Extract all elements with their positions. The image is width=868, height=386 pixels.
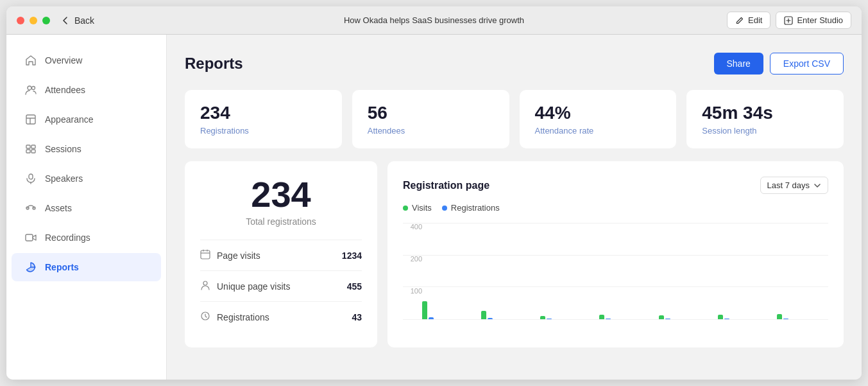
sidebar-item-assets[interactable]: Assets (12, 194, 161, 222)
bar-group (777, 314, 828, 319)
bar-group (481, 311, 532, 319)
edit-button[interactable]: Edit (727, 12, 770, 29)
stat-label-registrations: Registrations (200, 126, 327, 136)
sidebar-item-reports[interactable]: Reports (12, 253, 161, 281)
pie-chart-icon (24, 261, 37, 274)
svg-rect-12 (201, 250, 210, 259)
sessions-icon (24, 143, 37, 155)
svg-point-1 (28, 86, 31, 90)
chevron-down-icon (813, 182, 821, 189)
svg-point-13 (203, 281, 207, 285)
content-header: Reports Share Export CSV (185, 53, 844, 75)
stat-registrations-count: Registrations 43 (200, 301, 362, 332)
bottom-row: 234 Total registrations Page visits (185, 161, 844, 347)
legend-registrations: Registrations (442, 203, 500, 213)
sidebar-item-recordings[interactable]: Recordings (12, 224, 161, 252)
visit-bar (718, 315, 723, 319)
studio-icon (784, 16, 793, 25)
registration-bar (783, 319, 788, 319)
stat-value-attendance-rate: 44% (535, 103, 661, 123)
registrations-stat-label: Registrations (217, 312, 269, 322)
stat-unique-visits: Unique page visits 455 (200, 270, 362, 301)
registrations-stat-value: 43 (352, 312, 362, 322)
sidebar-item-appearance[interactable]: Appearance (12, 105, 161, 134)
page-visits-label: Page visits (217, 250, 260, 261)
visit-bar (540, 316, 545, 319)
registrations-legend-label: Registrations (451, 203, 500, 213)
sidebar-item-label-reports: Reports (45, 262, 79, 272)
share-button[interactable]: Share (714, 53, 763, 75)
registration-bar (429, 317, 434, 319)
chart-header: Registration page Last 7 days (403, 177, 828, 194)
visit-bar (777, 314, 782, 319)
period-selector[interactable]: Last 7 days (760, 177, 829, 194)
home-icon (24, 54, 37, 67)
stat-label-attendees: Attendees (368, 126, 494, 136)
stat-card-session-length: 45m 34s Session length (686, 90, 844, 148)
svg-rect-6 (31, 145, 35, 148)
sidebar-item-attendees[interactable]: Attendees (12, 76, 161, 104)
sidebar-item-label-appearance: Appearance (45, 114, 94, 125)
svg-rect-4 (26, 145, 30, 148)
registrations-card: 234 Total registrations Page visits (185, 161, 377, 347)
window-title: How Okada helps SaaS businesses drive gr… (344, 15, 524, 25)
calendar-icon (200, 249, 210, 261)
bar-group (659, 315, 710, 319)
unique-visits-label: Unique page visits (217, 281, 290, 292)
clock-icon (200, 311, 210, 323)
traffic-light-yellow[interactable] (30, 17, 37, 24)
stat-card-attendance-rate: 44% Attendance rate (520, 90, 677, 148)
back-arrow-icon (60, 15, 71, 26)
export-csv-button[interactable]: Export CSV (770, 53, 844, 75)
visits-dot (403, 206, 408, 211)
total-registrations: 234 Total registrations (200, 177, 362, 227)
stat-value-session-length: 45m 34s (702, 103, 828, 123)
assets-icon (24, 202, 37, 215)
registration-bar (665, 319, 670, 319)
registration-bar (606, 319, 611, 319)
enter-studio-label: Enter Studio (797, 15, 843, 25)
visit-bar (659, 315, 664, 319)
sidebar-item-sessions[interactable]: Sessions (12, 135, 161, 163)
chart-card: Registration page Last 7 days Visits (387, 161, 844, 347)
svg-point-2 (32, 87, 35, 90)
sidebar-item-speakers[interactable]: Speakers (12, 164, 161, 193)
svg-rect-3 (26, 115, 35, 124)
header-actions: Share Export CSV (714, 53, 844, 75)
visit-bar (599, 315, 604, 319)
sidebar-item-label-overview: Overview (45, 55, 82, 66)
visit-bar (422, 301, 427, 319)
layout-icon (24, 113, 37, 126)
traffic-light-red[interactable] (17, 17, 24, 24)
sidebar-item-label-speakers: Speakers (45, 173, 83, 184)
reg-total-label: Total registrations (200, 216, 362, 227)
bar-group (718, 315, 769, 319)
back-label: Back (74, 15, 94, 26)
chart-legend: Visits Registrations (403, 203, 828, 213)
enter-studio-button[interactable]: Enter Studio (776, 12, 851, 29)
svg-rect-11 (26, 234, 33, 241)
sidebar: Overview Attendees Appearance (6, 35, 167, 380)
sidebar-item-label-sessions: Sessions (45, 144, 81, 154)
svg-rect-5 (26, 150, 30, 153)
back-button[interactable]: Back (60, 15, 94, 26)
stat-label-attendance-rate: Attendance rate (535, 126, 661, 136)
stat-label-session-length: Session length (702, 126, 828, 136)
svg-rect-7 (31, 150, 35, 153)
registrations-dot (442, 206, 447, 211)
legend-visits: Visits (403, 203, 432, 213)
visits-legend-label: Visits (412, 203, 432, 213)
period-label: Last 7 days (767, 180, 810, 190)
page-visits-value: 1234 (342, 250, 362, 261)
traffic-light-green[interactable] (42, 17, 50, 24)
registration-bar (488, 318, 493, 319)
sidebar-item-overview[interactable]: Overview (12, 46, 161, 75)
chart-area: 400 200 100 (403, 223, 828, 332)
registration-bar (547, 319, 552, 319)
stat-value-attendees: 56 (368, 103, 494, 123)
reg-stats: Page visits 1234 Unique page visits (200, 240, 362, 332)
stat-page-visits: Page visits 1234 (200, 240, 362, 270)
page-title: Reports (185, 55, 243, 73)
unique-visits-value: 455 (347, 281, 362, 292)
video-icon (24, 231, 37, 244)
